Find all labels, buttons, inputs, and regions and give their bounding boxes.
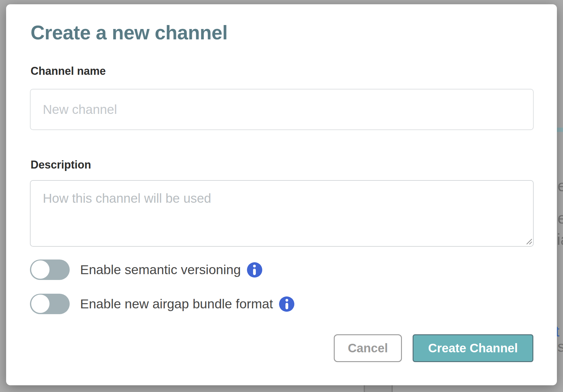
description-textarea[interactable] (30, 180, 534, 247)
info-icon[interactable] (279, 296, 294, 312)
backdrop-text-fragment: e (557, 210, 563, 226)
backdrop-scrollbar-fragment (364, 385, 393, 392)
channel-name-label: Channel name (31, 65, 106, 78)
info-icon[interactable] (247, 262, 262, 278)
modal-title: Create a new channel (31, 21, 227, 44)
cancel-button[interactable]: Cancel (334, 334, 402, 362)
toggle-knob (31, 260, 50, 279)
screen: e e ia it s Create a new channel Channel… (0, 0, 563, 392)
airgap-bundle-toggle[interactable] (30, 294, 70, 314)
semantic-versioning-row: Enable semantic versioning (30, 260, 262, 280)
backdrop-text-fragment: s (557, 339, 563, 354)
description-field (30, 180, 534, 247)
channel-name-input[interactable] (30, 89, 534, 130)
create-channel-button[interactable]: Create Channel (413, 334, 533, 362)
backdrop-teal-band (556, 128, 563, 132)
create-channel-modal: Create a new channel Channel name Descri… (6, 4, 557, 385)
resize-handle-icon[interactable] (525, 238, 532, 245)
airgap-bundle-row: Enable new airgap bundle format (30, 294, 294, 314)
toggle-knob (31, 295, 50, 313)
backdrop-text-fragment: e (557, 178, 563, 194)
description-label: Description (31, 158, 91, 171)
backdrop-text-fragment: ia (557, 231, 563, 247)
semantic-versioning-label: Enable semantic versioning (80, 262, 241, 277)
airgap-bundle-label: Enable new airgap bundle format (80, 296, 273, 311)
semantic-versioning-toggle[interactable] (30, 260, 70, 280)
